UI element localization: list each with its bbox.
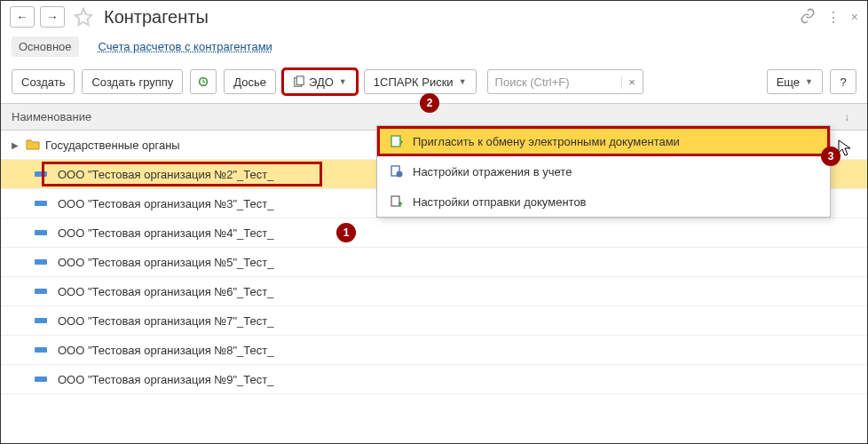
row-label: ООО "Тестовая организация №5"_Тест_ — [58, 256, 273, 269]
window-header: ← → Контрагенты ⋮ × — [1, 1, 867, 33]
menu-item-label: Настройки отправки документов — [413, 195, 587, 209]
page-title: Контрагенты — [104, 7, 794, 28]
row-label: ООО "Тестовая организация №4"_Тест_ — [58, 226, 273, 240]
row-label: ООО "Тестовая организация №6"_Тест_ — [58, 285, 273, 298]
spark-label: 1СПАРК Риски — [374, 75, 454, 89]
callout-badge-2: 2 — [420, 93, 439, 113]
item-icon — [35, 171, 47, 177]
share-link-icon[interactable] — [800, 8, 816, 27]
tab-accounts[interactable]: Счета расчетов с контрагентами — [91, 36, 280, 57]
tab-main[interactable]: Основное — [12, 36, 79, 57]
table-row[interactable]: ООО "Тестовая организация №5"_Тест_ — [1, 248, 867, 277]
row-label: Государственные органы — [45, 139, 180, 152]
more-label: Еще — [777, 75, 800, 89]
item-icon — [35, 201, 47, 206]
item-icon — [35, 347, 47, 353]
table-row[interactable]: ООО "Тестовая организация №8"_Тест_ — [1, 336, 867, 365]
expand-icon[interactable]: ▶ — [12, 140, 20, 150]
item-icon — [35, 377, 47, 382]
row-label: ООО "Тестовая организация №2"_Тест_ — [58, 168, 273, 181]
item-icon — [35, 289, 47, 294]
chevron-down-icon: ▼ — [805, 77, 813, 86]
spark-risks-button[interactable]: 1СПАРК Риски ▼ — [364, 69, 477, 94]
row-label: ООО "Тестовая организация №8"_Тест_ — [58, 344, 273, 357]
nav-back-button[interactable]: ← — [10, 6, 35, 28]
help-button[interactable]: ? — [830, 69, 856, 94]
close-icon[interactable]: × — [851, 10, 858, 24]
refresh-button[interactable] — [190, 69, 217, 94]
row-label: ООО "Тестовая организация №7"_Тест_ — [58, 314, 273, 328]
create-group-button[interactable]: Создать группу — [82, 69, 183, 94]
item-icon — [35, 230, 47, 235]
sort-arrow-icon[interactable]: ↓ — [837, 111, 856, 123]
row-label: ООО "Тестовая организация №3"_Тест_ — [58, 197, 273, 210]
nav-forward-button[interactable]: → — [40, 6, 65, 28]
table-row[interactable]: ООО "Тестовая организация №7"_Тест_ — [1, 306, 867, 336]
edo-label: ЭДО — [309, 75, 334, 89]
cursor-icon — [838, 139, 852, 160]
svg-point-5 — [397, 171, 403, 178]
edo-dropdown-button[interactable]: ЭДО ▼ — [283, 69, 357, 94]
chevron-down-icon: ▼ — [339, 77, 347, 86]
table-row[interactable]: ООО "Тестовая организация №6"_Тест_ — [1, 277, 867, 306]
svg-rect-6 — [391, 196, 399, 206]
item-icon — [35, 318, 47, 323]
table-row[interactable]: ООО "Тестовая организация №4"_Тест_ — [1, 218, 867, 248]
more-button[interactable]: Еще ▼ — [767, 69, 823, 94]
row-label: ООО "Тестовая организация №9"_Тест_ — [58, 373, 273, 386]
column-name-header[interactable]: Наименование — [12, 110, 837, 123]
dossier-button[interactable]: Досье — [224, 69, 276, 94]
tab-bar: Основное Счета расчетов с контрагентами — [1, 33, 867, 66]
menu-item-account-settings[interactable]: Настройки отражения в учете — [377, 156, 830, 186]
chevron-down-icon: ▼ — [459, 77, 467, 86]
menu-item-invite[interactable]: Пригласить к обмену электронными докумен… — [377, 126, 830, 156]
favorite-star-icon[interactable] — [74, 7, 93, 27]
callout-badge-1: 1 — [336, 223, 356, 242]
search-input[interactable] — [488, 75, 621, 89]
menu-item-label: Настройки отражения в учете — [413, 165, 572, 178]
search-field-wrap: × — [487, 69, 643, 94]
svg-rect-2 — [296, 76, 304, 85]
edo-dropdown-menu: Пригласить к обмену электронными докумен… — [376, 125, 831, 218]
item-icon — [35, 259, 47, 265]
search-clear-button[interactable]: × — [621, 75, 643, 89]
more-menu-icon[interactable]: ⋮ — [826, 9, 840, 26]
menu-item-label: Пригласить к обмену электронными докумен… — [413, 135, 680, 148]
table-row[interactable]: ООО "Тестовая организация №9"_Тест_ — [1, 365, 867, 394]
folder-icon — [26, 138, 40, 153]
create-button[interactable]: Создать — [12, 69, 75, 94]
svg-rect-3 — [391, 136, 400, 147]
menu-item-send-settings[interactable]: Настройки отправки документов — [377, 186, 830, 217]
